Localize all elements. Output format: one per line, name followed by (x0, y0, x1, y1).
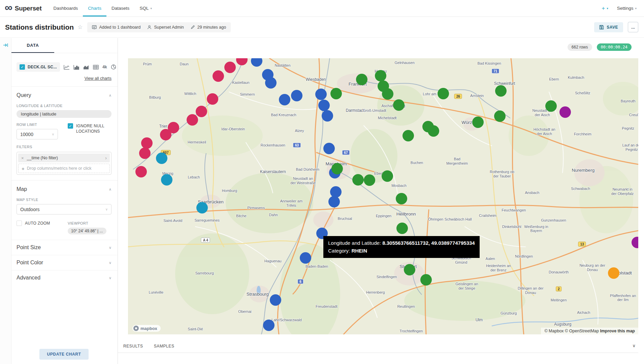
tab-samples[interactable]: SAMPLES (154, 344, 174, 349)
station-point[interactable] (224, 62, 236, 73)
tab-data[interactable]: DATA (11, 38, 54, 53)
area-chart-icon[interactable] (83, 65, 89, 70)
station-point[interactable] (420, 274, 432, 286)
station-point[interactable] (364, 174, 375, 186)
improve-map-link[interactable]: Improve this map (600, 329, 635, 333)
station-point[interactable] (352, 174, 364, 186)
station-point[interactable] (404, 264, 415, 275)
time-filter-chip[interactable]: × __time (No filter) › (18, 154, 110, 162)
pie-chart-icon[interactable] (111, 64, 116, 70)
station-point[interactable] (156, 153, 167, 164)
station-point[interactable] (494, 110, 506, 122)
collapse-results-icon[interactable]: ∨ (632, 343, 636, 348)
station-point[interactable] (356, 74, 367, 85)
update-chart-button[interactable]: UPDATE CHART (39, 349, 89, 360)
station-point[interactable] (161, 174, 172, 186)
station-point[interactable] (393, 99, 405, 111)
station-point[interactable] (472, 117, 484, 128)
station-point[interactable] (139, 147, 151, 159)
auto-zoom-checkbox[interactable] (17, 221, 22, 226)
viz-selected-chip[interactable]: ✓ DECK.GL SC... (17, 62, 60, 72)
superset-logo[interactable]: ∞ Superset (0, 0, 49, 16)
chevron-down-icon: ∨ (109, 261, 111, 265)
remove-filter-icon[interactable]: × (21, 156, 24, 161)
station-point[interactable] (330, 88, 342, 99)
view-all-charts-link[interactable]: View all charts (17, 76, 111, 81)
query-status: 662 rows 00:00:00.24 (568, 43, 632, 51)
osm-attribution-link[interactable]: © OpenStreetMap (565, 329, 599, 333)
station-point[interactable] (141, 137, 153, 149)
station-point[interactable] (160, 129, 171, 140)
owner-meta[interactable]: Superset Admin (147, 25, 184, 30)
new-dropdown-button[interactable]: + ▾ (602, 5, 608, 12)
station-point[interactable] (135, 166, 147, 177)
station-point[interactable] (207, 93, 218, 105)
station-point[interactable] (382, 170, 393, 182)
station-point[interactable] (300, 252, 311, 264)
station-point[interactable] (422, 121, 434, 132)
map-canvas[interactable]: PrümDaunNastättenGelnhausenBad Kissingen… (128, 58, 638, 334)
lonlat-chip[interactable]: longitude | latitude (17, 110, 111, 118)
ignore-null-checkbox[interactable]: ✓ (68, 123, 73, 129)
station-point[interactable] (270, 294, 281, 306)
table-icon[interactable] (93, 65, 99, 70)
station-point[interactable] (331, 163, 343, 174)
dashboards-meta[interactable]: Added to 1 dashboard (92, 25, 140, 30)
line-chart-icon[interactable] (64, 65, 70, 70)
station-point[interactable] (559, 106, 571, 118)
mapbox-attribution-link[interactable]: © Mapbox (544, 329, 564, 333)
station-point[interactable] (279, 94, 290, 105)
row-limit-select[interactable]: 10000 ∨ (17, 129, 58, 139)
chart-meta: Added to 1 dashboard Superset Admin 29 m… (87, 22, 231, 32)
tab-results[interactable]: RESULTS (123, 344, 143, 349)
viewport-chip[interactable]: 10° 24' 49.86" | ... (68, 228, 106, 234)
station-point[interactable] (545, 100, 557, 112)
settings-menu[interactable]: Settings ▾ (617, 6, 637, 11)
station-point[interactable] (196, 202, 208, 213)
filter-drop-zone[interactable]: + Drop columns/metrics here or click (18, 164, 110, 173)
station-point[interactable] (323, 143, 335, 154)
station-point[interactable] (236, 58, 248, 65)
station-point[interactable] (187, 114, 198, 126)
nav-right: + ▾ Settings ▾ (602, 0, 644, 16)
map-style-select[interactable]: Outdoors ∨ (17, 204, 111, 214)
favorite-star-icon[interactable]: ☆ (77, 24, 83, 31)
station-point[interactable] (315, 89, 327, 100)
station-point[interactable] (213, 70, 224, 82)
big-number-icon[interactable]: 4k (102, 65, 107, 69)
point-size-section[interactable]: Point Size ∨ (17, 240, 111, 255)
station-point[interactable] (251, 58, 262, 67)
nav-item-charts[interactable]: Charts (83, 0, 106, 16)
query-section-header[interactable]: Query ∧ (17, 92, 111, 98)
station-point[interactable] (396, 223, 408, 234)
more-options-button[interactable]: ... (628, 22, 638, 32)
modified-meta[interactable]: 29 minutes ago (191, 25, 226, 30)
station-point[interactable] (495, 85, 507, 97)
bar-chart-icon[interactable] (73, 65, 79, 70)
ignore-null-label[interactable]: IGNORE NULL LOCATIONS (76, 123, 110, 134)
nav-item-sql[interactable]: SQL ▾ (134, 0, 157, 16)
station-point[interactable] (608, 267, 619, 279)
nav-item-dashboards[interactable]: Dashboards (49, 0, 83, 16)
station-point[interactable] (318, 100, 330, 111)
station-point[interactable] (291, 90, 302, 101)
station-point[interactable] (375, 70, 386, 81)
auto-zoom-label[interactable]: AUTO ZOOM (25, 221, 50, 226)
station-point[interactable] (632, 237, 638, 248)
station-point[interactable] (396, 193, 407, 204)
point-color-section[interactable]: Point Color ∨ (17, 255, 111, 270)
station-point[interactable] (382, 88, 393, 100)
station-point[interactable] (402, 130, 414, 141)
advanced-section[interactable]: Advanced ∨ (17, 270, 111, 285)
map-section-header[interactable]: Map ∧ (17, 186, 111, 192)
station-point[interactable] (328, 196, 340, 207)
expand-panel-icon[interactable] (3, 43, 8, 47)
save-button[interactable]: SAVE (594, 22, 623, 32)
station-point[interactable] (322, 110, 333, 122)
nav-item-datasets[interactable]: Datasets (106, 0, 134, 16)
station-point[interactable] (196, 106, 207, 117)
station-point[interactable] (263, 320, 275, 331)
mapbox-logo[interactable]: mapbox (132, 325, 161, 332)
station-point[interactable] (438, 88, 449, 99)
station-point[interactable] (265, 77, 277, 89)
